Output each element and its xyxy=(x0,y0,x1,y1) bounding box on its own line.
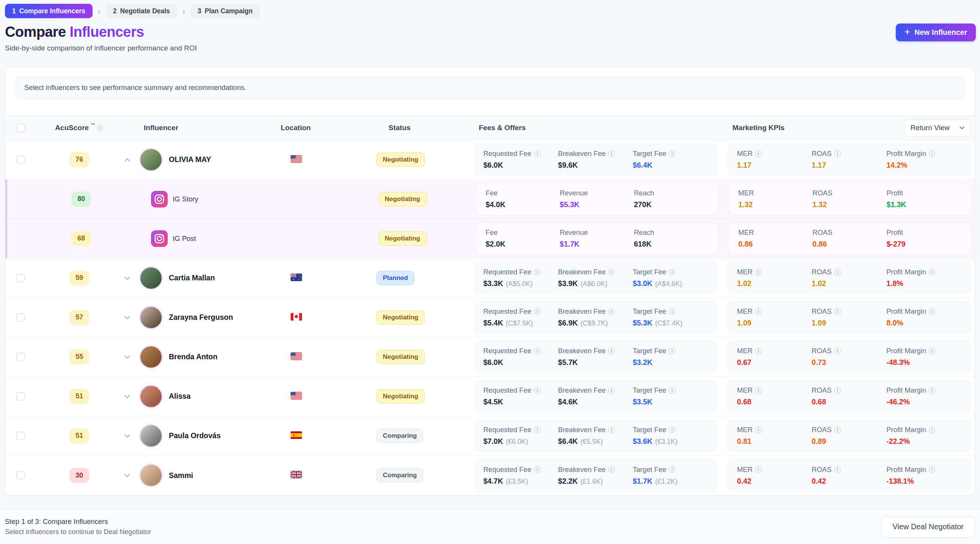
metric-value: $3.6K xyxy=(633,437,652,446)
view-deal-negotiator-button[interactable]: View Deal Negotiator xyxy=(881,516,975,538)
info-icon: i xyxy=(929,387,935,394)
breadcrumb-step-plan[interactable]: 3 Plan Campaign xyxy=(191,4,260,18)
acuscore-badge: 76 xyxy=(70,152,89,167)
influencer-row[interactable]: 51Paula OrdovásComparingRequested Feei$7… xyxy=(5,416,975,456)
metric-label: MER xyxy=(737,466,753,474)
info-icon: i xyxy=(608,466,615,473)
placement-row[interactable]: 68IG PostNegotiatingFee$2.0KRevenue$1.7K… xyxy=(5,219,975,258)
metric-value: 1.02 xyxy=(737,279,752,288)
page-title: Compare Influencers xyxy=(5,24,975,40)
influencer-row[interactable]: 57Zarayna FergusonNegotiatingRequested F… xyxy=(5,298,975,337)
metric-label: Reach xyxy=(634,228,654,237)
row-checkbox[interactable] xyxy=(16,353,25,361)
info-icon: i xyxy=(97,125,103,131)
metric-label: Target Fee xyxy=(633,386,666,394)
info-icon: i xyxy=(669,151,675,157)
metric-value: $4.5K xyxy=(484,398,503,406)
info-icon: i xyxy=(834,151,841,157)
breadcrumb-step-compare[interactable]: 1 Compare Influencers xyxy=(5,4,92,18)
column-influencer: Influencer xyxy=(136,124,278,132)
chevron-up-icon[interactable] xyxy=(123,157,132,163)
kpis-card: MERi1.09ROASi1.09Profit Margini8.0% xyxy=(727,301,971,334)
metric-label: Fee xyxy=(486,189,498,197)
row-checkbox[interactable] xyxy=(16,156,25,164)
metric-value: $1.7K xyxy=(560,240,579,248)
chevron-down-icon[interactable] xyxy=(123,354,132,360)
acuscore-badge: 59 xyxy=(70,270,89,286)
metric-label: Breakeven Fee xyxy=(558,466,606,474)
page-subtitle: Side-by-side comparison of influencer pe… xyxy=(5,44,975,52)
info-icon: i xyxy=(756,309,762,315)
metric-label: Target Fee xyxy=(633,268,666,276)
metric-value: 0.73 xyxy=(811,358,826,367)
kpis-card: MERi1.17ROASi1.17Profit Margini14.2% xyxy=(727,143,971,176)
row-checkbox[interactable] xyxy=(16,313,25,322)
new-influencer-button[interactable]: + New Influencer xyxy=(896,24,976,41)
metric-label: Requested Fee xyxy=(484,268,531,276)
info-icon: i xyxy=(756,466,762,473)
metric-value: 1.02 xyxy=(811,279,826,288)
metric-label: Profit Margin xyxy=(886,386,926,394)
kpis-card: MERi0.42ROASi0.42Profit Margini-138.1% xyxy=(727,459,971,492)
metric-value: $6.0K xyxy=(484,358,503,367)
metric-value: $2.2K xyxy=(558,477,578,485)
breadcrumb-separator: › xyxy=(98,6,100,16)
info-icon: i xyxy=(929,466,935,473)
info-icon: i xyxy=(834,269,841,275)
info-icon: i xyxy=(834,309,841,315)
flag-us-icon xyxy=(291,352,302,360)
metric-label: MER xyxy=(737,347,753,355)
footer-progress: Step 1 of 3: Compare Influencers Select … xyxy=(5,517,151,536)
influencer-row[interactable]: 59Cartia MallanPlannedRequested Feei$3.3… xyxy=(5,258,975,298)
chevron-down-icon[interactable] xyxy=(123,433,132,439)
influencer-row[interactable]: 76OLIVIA MAYNegotiatingRequested Feei$6.… xyxy=(5,140,975,180)
info-icon: i xyxy=(534,427,541,433)
info-icon: i xyxy=(534,348,541,354)
metric-label: Revenue xyxy=(560,189,588,197)
info-icon: i xyxy=(834,387,841,394)
row-checkbox[interactable] xyxy=(16,432,25,440)
instagram-icon xyxy=(151,230,168,247)
metric-label: Target Fee xyxy=(633,426,666,434)
chevron-down-icon[interactable] xyxy=(123,315,132,321)
step-label: Plan Campaign xyxy=(205,7,253,15)
influencer-row[interactable]: 30SammiComparingRequested Feei$4.7K(£3.5… xyxy=(5,456,975,495)
metric-label: ROAS xyxy=(812,228,832,237)
flag-es-icon xyxy=(291,431,302,439)
metric-value: -46.2% xyxy=(886,398,910,406)
metric-value: $3.2K xyxy=(633,358,652,367)
influencer-avatar xyxy=(139,266,163,290)
placement-row[interactable]: 80IG StoryNegotiatingFee$4.0KRevenue$5.3… xyxy=(5,180,975,219)
influencer-row[interactable]: 51AlissaNegotiatingRequested Feei$4.5KBr… xyxy=(5,377,975,416)
metric-value: 14.2% xyxy=(886,161,907,170)
fees-card: Fee$2.0KRevenue$1.7KReach618K xyxy=(476,222,718,255)
chevron-down-icon[interactable] xyxy=(123,472,132,479)
breadcrumb-step-negotiate[interactable]: 2 Negotiate Deals xyxy=(106,4,177,18)
status-badge: Negotiating xyxy=(376,310,425,325)
status-badge: Negotiating xyxy=(376,350,425,364)
influencer-name: Sammi xyxy=(169,471,193,480)
metric-value: 1.17 xyxy=(811,161,826,170)
metric-label: Requested Fee xyxy=(484,466,531,474)
row-checkbox[interactable] xyxy=(16,392,25,401)
influencer-row[interactable]: 55Brenda AntonNegotiatingRequested Feei$… xyxy=(5,337,975,377)
metric-value: 1.09 xyxy=(737,319,752,328)
metric-label: Profit Margin xyxy=(886,426,926,434)
metric-value: -48.3% xyxy=(886,358,910,367)
return-view-dropdown[interactable]: Return View xyxy=(904,119,971,137)
acuscore-badge: 55 xyxy=(70,349,89,364)
info-icon: i xyxy=(929,151,935,157)
metric-subvalue: (A$6.0K) xyxy=(581,280,608,288)
metric-subvalue: (€6.0K) xyxy=(506,438,528,446)
select-all-checkbox[interactable] xyxy=(16,124,25,132)
chevron-down-icon[interactable] xyxy=(123,275,132,282)
status-badge: Comparing xyxy=(376,468,423,482)
chevron-down-icon[interactable] xyxy=(123,393,132,400)
status-badge: Negotiating xyxy=(376,153,425,167)
metric-value: $6.9K xyxy=(558,319,578,328)
metric-value: $5.3K xyxy=(560,200,579,209)
row-checkbox[interactable] xyxy=(16,471,25,479)
metric-label: Target Fee xyxy=(633,150,666,158)
info-icon: i xyxy=(608,348,615,354)
row-checkbox[interactable] xyxy=(16,274,25,282)
